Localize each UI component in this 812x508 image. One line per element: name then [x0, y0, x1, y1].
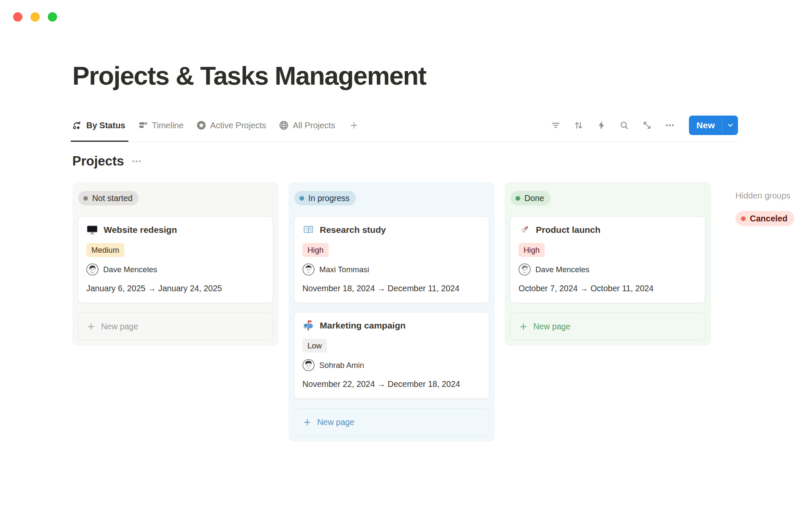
new-page-button[interactable]: New page: [294, 408, 489, 436]
tab-all-projects[interactable]: All Projects: [279, 109, 335, 141]
view-tab-bar: By StatusTimelineActive ProjectsAll Proj…: [72, 109, 738, 142]
group-label: In progress: [308, 193, 350, 203]
assignee-row: Dave Menceles: [518, 263, 696, 276]
assignee-name: Sohrab Amin: [319, 361, 364, 370]
group-dot: [299, 196, 304, 201]
tab-active-projects[interactable]: Active Projects: [196, 109, 266, 141]
mailbox-icon: [302, 320, 314, 331]
card-title-row: Research study: [302, 224, 480, 236]
card-title: Website redesign: [104, 225, 177, 235]
search-icon[interactable]: [619, 120, 630, 131]
zoom-window-button[interactable]: [48, 12, 57, 22]
card-title-row: Product launch: [518, 224, 696, 236]
close-window-button[interactable]: [13, 12, 22, 22]
hidden-groups-panel: Hidden groupsCanceled: [735, 182, 812, 226]
new-page-button[interactable]: New page: [510, 312, 705, 340]
hidden-groups-label: Hidden groups: [735, 191, 812, 201]
group-pill-done[interactable]: Done: [510, 191, 551, 205]
tab-label: All Projects: [293, 121, 335, 130]
filter-icon[interactable]: [550, 120, 561, 131]
assignee-name: Dave Menceles: [103, 265, 157, 274]
desktop-computer-icon: [86, 224, 98, 236]
page-title: Projects & Tasks Management: [72, 60, 740, 91]
card-title: Research study: [320, 225, 386, 235]
date-range: October 7, 2024 → October 11, 2024: [518, 283, 696, 294]
plus-icon: [87, 322, 96, 331]
group-pill-not-started[interactable]: Not started: [78, 191, 139, 205]
timeline-icon: [138, 120, 148, 130]
group-label: Not started: [92, 193, 132, 203]
chevron-down-icon[interactable]: [722, 116, 738, 135]
priority-badge: High: [518, 243, 545, 257]
column-cards: Research studyHighMaxi TommasiNovember 1…: [294, 216, 489, 399]
lightning-icon[interactable]: [596, 120, 607, 131]
more-icon[interactable]: [664, 120, 675, 131]
avatar: [302, 359, 315, 371]
project-card[interactable]: Product launchHighDave MencelesOctober 7…: [510, 216, 705, 303]
tab-label: Active Projects: [210, 121, 266, 130]
tab-timeline[interactable]: Timeline: [138, 109, 184, 141]
avatar: [302, 263, 315, 276]
hidden-group-pill-canceled[interactable]: Canceled: [735, 211, 794, 226]
group-dot: [741, 216, 746, 221]
assignee-row: Sohrab Amin: [302, 359, 480, 371]
open-book-icon: [302, 224, 314, 236]
rocket-icon: [518, 224, 530, 236]
tab-label: By Status: [86, 121, 125, 130]
new-button-label: New: [689, 116, 722, 135]
column-cards: Product launchHighDave MencelesOctober 7…: [510, 216, 705, 303]
card-title-row: Website redesign: [86, 224, 264, 236]
board-column-done: DoneProduct launchHighDave MencelesOctob…: [505, 182, 711, 346]
card-title: Product launch: [536, 225, 601, 235]
project-card[interactable]: Website redesignMediumDave MencelesJanua…: [78, 216, 273, 303]
new-page-label: New page: [101, 322, 138, 331]
project-card[interactable]: Research studyHighMaxi TommasiNovember 1…: [294, 216, 489, 303]
tab-label: Timeline: [152, 121, 184, 130]
expand-icon[interactable]: [642, 120, 653, 131]
new-button[interactable]: New: [689, 116, 738, 135]
avatar: [518, 263, 531, 276]
card-title-row: Marketing campaign: [302, 320, 480, 331]
globe-icon: [279, 120, 289, 130]
plus-icon: [519, 322, 528, 331]
board-more-icon[interactable]: [131, 156, 142, 167]
board-column-not-started: Not startedWebsite redesignMediumDave Me…: [72, 182, 279, 346]
new-page-label: New page: [533, 322, 571, 331]
board-column-in-progress: In progressResearch studyHighMaxi Tommas…: [288, 182, 495, 442]
board-title: Projects: [72, 154, 124, 169]
group-pill-in-progress[interactable]: In progress: [294, 191, 356, 205]
tab-by-status[interactable]: By Status: [72, 109, 125, 141]
group-dot: [516, 196, 520, 201]
assignee-row: Maxi Tommasi: [302, 263, 480, 276]
assignee-name: Maxi Tommasi: [319, 265, 369, 274]
card-title: Marketing campaign: [320, 320, 406, 331]
hidden-group-label: Canceled: [750, 214, 787, 224]
priority-badge: Low: [302, 339, 327, 353]
column-cards: Website redesignMediumDave MencelesJanua…: [78, 216, 273, 303]
sort-icon[interactable]: [573, 120, 584, 131]
window-controls: [13, 12, 57, 22]
avatar: [86, 263, 99, 276]
date-range: November 18, 2024 → December 11, 2024: [302, 283, 480, 294]
project-card[interactable]: Marketing campaignLowSohrab AminNovember…: [294, 312, 489, 399]
date-range: November 22, 2024 → December 18, 2024: [302, 378, 480, 390]
minimize-window-button[interactable]: [30, 12, 40, 22]
date-range: January 6, 2025 → January 24, 2025: [86, 283, 264, 294]
group-dot: [83, 196, 88, 201]
assignee-row: Dave Menceles: [86, 263, 264, 276]
status-loop-icon: [72, 120, 82, 130]
new-page-button[interactable]: New page: [78, 312, 273, 340]
new-page-label: New page: [317, 417, 354, 427]
plus-icon: [303, 418, 312, 427]
view-toolbar: New: [550, 116, 738, 135]
group-label: Done: [524, 193, 544, 203]
priority-badge: Medium: [86, 243, 124, 257]
assignee-name: Dave Menceles: [535, 265, 590, 274]
notion-window: Projects & Tasks Management By StatusTim…: [0, 0, 812, 508]
priority-badge: High: [302, 243, 329, 257]
star-circle-icon: [196, 120, 206, 130]
plus-icon[interactable]: [348, 120, 359, 131]
